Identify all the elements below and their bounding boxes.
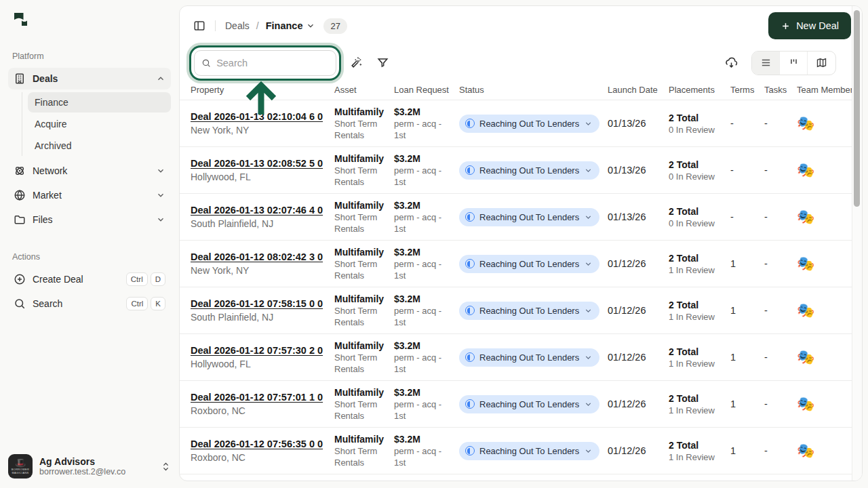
breadcrumb-finance-dropdown[interactable]: Finance xyxy=(266,20,316,31)
status-label: Reaching Out To Lenders xyxy=(479,119,579,129)
breadcrumb-deals[interactable]: Deals xyxy=(225,20,250,31)
table-row[interactable]: Deal 2026-01-12 07:58:15 0 0 South Plain… xyxy=(180,287,862,334)
sidebar-item-files[interactable]: Files xyxy=(8,209,171,230)
status-dropdown[interactable]: Reaching Out To Lenders xyxy=(459,161,599,180)
platform-section-label: Platform xyxy=(12,52,171,61)
avatar-emoji: 🎩 xyxy=(15,458,26,468)
loan-terms: perm - acq - 1st xyxy=(394,399,452,422)
status-progress-icon xyxy=(465,165,475,175)
subnav-label: Finance xyxy=(35,97,68,108)
vertical-scrollbar[interactable] xyxy=(852,6,862,481)
launch-date-cell: 01/12/26 xyxy=(608,445,669,456)
table-row[interactable]: Deal 2026-01-13 02:10:04 6 0 New York, N… xyxy=(180,100,862,147)
sidebar-item-label: Network xyxy=(33,165,67,176)
asset-type: Multifamily xyxy=(334,433,387,445)
column-header-placements[interactable]: Placements xyxy=(669,85,730,95)
loan-amount: $3.2M xyxy=(394,340,452,352)
column-header-property[interactable]: Property xyxy=(191,85,334,95)
placements-cell: 2 Total 1 In Review xyxy=(669,439,730,463)
loan-request-cell: $3.2M perm - acq - 1st xyxy=(394,433,459,468)
placements-in-review: 0 In Review xyxy=(669,171,724,182)
deal-location: New York, NY xyxy=(191,123,328,137)
user-account-switcher[interactable]: 🎩 Borrower Magicians Ag Advisors borrowe… xyxy=(8,454,171,479)
status-progress-icon xyxy=(465,306,475,315)
sidebar-item-archived[interactable]: Archived xyxy=(28,136,171,156)
status-dropdown[interactable]: Reaching Out To Lenders xyxy=(459,395,599,413)
sidebar-item-finance[interactable]: Finance xyxy=(28,92,171,113)
status-dropdown[interactable]: Reaching Out To Lenders xyxy=(459,348,599,367)
deal-name-link[interactable]: Deal 2026-01-13 02:10:04 6 0 xyxy=(191,110,328,123)
deal-name-link[interactable]: Deal 2026-01-12 07:58:15 0 0 xyxy=(191,297,328,310)
avatar: 🎩 Borrower Magicians xyxy=(8,454,33,479)
asset-cell: Multifamily Short Term Rentals xyxy=(334,340,394,375)
status-dropdown[interactable]: Reaching Out To Lenders xyxy=(459,115,599,133)
loan-terms: perm - acq - 1st xyxy=(394,258,452,281)
search-action[interactable]: Search Ctrl K xyxy=(8,293,171,314)
deal-name-link[interactable]: Deal 2026-01-12 07:57:01 1 0 xyxy=(191,390,328,404)
loan-request-cell: $3.2M perm - acq - 1st xyxy=(394,106,459,141)
ai-wand-sparkles-button[interactable] xyxy=(347,54,366,72)
map-view-button[interactable] xyxy=(808,52,835,75)
export-download-button[interactable] xyxy=(722,54,741,72)
subnav-label: Acquire xyxy=(35,119,66,129)
folder-icon xyxy=(14,214,26,226)
view-switcher xyxy=(751,51,836,75)
scrollbar-thumb[interactable] xyxy=(854,10,860,207)
sidebar-item-deals[interactable]: Deals xyxy=(8,68,171,89)
terms-cell: 1 xyxy=(730,399,764,409)
asset-subtype: Short Term Rentals xyxy=(334,352,387,375)
column-header-launch-date[interactable]: Launch Date xyxy=(608,85,669,95)
filter-button[interactable] xyxy=(374,54,392,72)
placements-in-review: 1 In Review xyxy=(669,264,724,276)
search-input[interactable] xyxy=(216,58,329,68)
sidebar-item-network[interactable]: Network xyxy=(8,160,171,182)
placements-in-review: 1 In Review xyxy=(669,358,724,369)
table-row[interactable]: Deal 2026-01-13 02:07:46 4 0 South Plain… xyxy=(180,194,862,241)
deal-name-link[interactable]: Deal 2026-01-12 07:57:30 2 0 xyxy=(191,344,328,357)
deal-location: Hollywood, FL xyxy=(191,357,328,371)
deal-name-link[interactable]: Deal 2026-01-12 08:02:42 3 0 xyxy=(191,250,328,264)
table-row[interactable]: Deal 2026-01-12 07:57:01 1 0 Roxboro, NC… xyxy=(180,381,862,428)
chevron-down-icon xyxy=(156,215,165,224)
table-row[interactable]: Deal 2026-01-12 07:57:30 2 0 Hollywood, … xyxy=(180,334,862,381)
property-cell: Deal 2026-01-13 02:08:52 5 0 Hollywood, … xyxy=(191,157,334,184)
asset-type: Multifamily xyxy=(334,386,387,399)
table-row[interactable]: Deal 2026-01-12 07:56:35 0 0 Roxboro, NC… xyxy=(180,428,862,474)
placements-in-review: 0 In Review xyxy=(669,218,724,229)
placements-total: 2 Total xyxy=(669,159,724,171)
status-label: Reaching Out To Lenders xyxy=(479,446,579,456)
launch-date-cell: 01/13/26 xyxy=(608,211,669,222)
column-header-status[interactable]: Status xyxy=(459,85,608,95)
new-deal-button[interactable]: New Deal xyxy=(768,12,851,39)
status-dropdown[interactable]: Reaching Out To Lenders xyxy=(459,255,599,273)
status-dropdown[interactable]: Reaching Out To Lenders xyxy=(459,302,599,320)
column-header-terms[interactable]: Terms xyxy=(730,85,764,95)
table-row[interactable]: Deal 2026-01-12 08:02:42 3 0 New York, N… xyxy=(180,241,862,287)
asset-type: Multifamily xyxy=(334,340,387,352)
kanban-icon xyxy=(788,57,800,68)
deal-name-link[interactable]: Deal 2026-01-12 07:56:35 0 0 xyxy=(191,437,328,451)
sidebar-toggle-button[interactable] xyxy=(193,20,205,32)
create-deal-action[interactable]: Create Deal Ctrl D xyxy=(8,268,171,290)
deal-name-link[interactable]: Deal 2026-01-13 02:07:46 4 0 xyxy=(191,203,328,217)
status-cell: Reaching Out To Lenders xyxy=(459,442,608,460)
column-header-tasks[interactable]: Tasks xyxy=(764,85,797,95)
loan-amount: $3.2M xyxy=(394,293,452,305)
cloud-download-icon xyxy=(725,56,738,69)
deal-count-badge: 27 xyxy=(323,18,347,34)
column-header-loan-request[interactable]: Loan Request xyxy=(394,85,459,95)
breadcrumb-separator: / xyxy=(256,20,259,31)
kanban-view-button[interactable] xyxy=(780,52,808,75)
funnel-icon xyxy=(376,56,389,69)
status-dropdown[interactable]: Reaching Out To Lenders xyxy=(459,442,599,460)
action-label: Create Deal xyxy=(33,274,83,285)
list-view-button[interactable] xyxy=(752,52,780,75)
sidebar-item-market[interactable]: Market xyxy=(8,184,171,206)
deal-name-link[interactable]: Deal 2026-01-13 02:08:52 5 0 xyxy=(191,157,328,170)
column-header-asset[interactable]: Asset xyxy=(334,85,394,95)
table-row[interactable]: Deal 2026-01-13 02:08:52 5 0 Hollywood, … xyxy=(180,147,862,194)
status-dropdown[interactable]: Reaching Out To Lenders xyxy=(459,208,599,226)
asset-subtype: Short Term Rentals xyxy=(334,399,387,422)
sidebar-item-acquire[interactable]: Acquire xyxy=(28,114,171,134)
sidebar-item-label: Market xyxy=(33,190,62,201)
